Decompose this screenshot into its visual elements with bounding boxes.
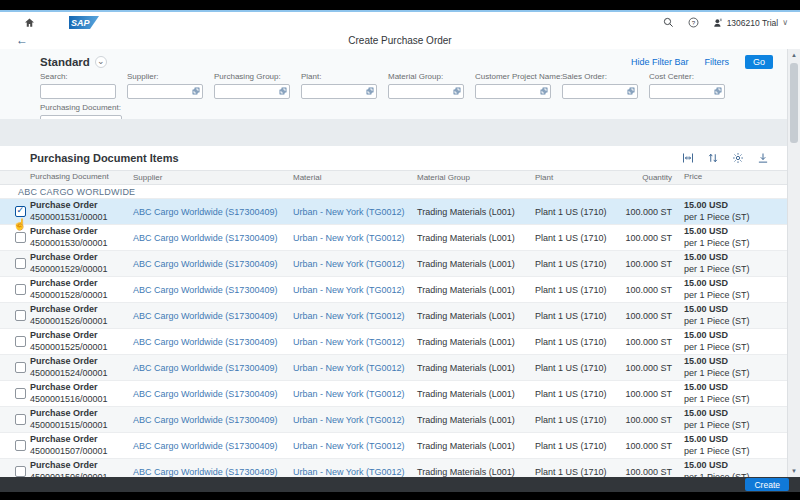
row-checkbox[interactable] — [15, 258, 26, 269]
supplier-link[interactable]: ABC Cargo Worldwide (S17300409) — [133, 337, 293, 347]
scroll-down-icon[interactable]: ▼ — [788, 468, 800, 474]
filter-input[interactable] — [388, 84, 464, 99]
filter-input[interactable] — [214, 84, 290, 99]
fit-width-icon[interactable] — [682, 152, 694, 164]
filter-input[interactable] — [649, 84, 725, 99]
table-row[interactable]: Purchase Order 4500001506/00001 ABC Carg… — [0, 459, 787, 477]
material-group-cell: Trading Materials (L001) — [417, 467, 535, 477]
value-help-icon[interactable] — [192, 87, 200, 95]
column-header-material-group[interactable]: Material Group — [417, 173, 535, 182]
column-header-quantity[interactable]: Quantity — [617, 173, 672, 182]
plant-cell: Plant 1 US (1710) — [535, 415, 617, 425]
value-help-icon[interactable] — [540, 87, 548, 95]
value-help-icon[interactable] — [714, 87, 722, 95]
material-link[interactable]: Urban - New York (TG0012) — [293, 389, 417, 399]
column-header-material[interactable]: Material — [293, 173, 417, 182]
material-link[interactable]: Urban - New York (TG0012) — [293, 363, 417, 373]
column-header-purchasing-document[interactable]: Purchasing Document — [30, 172, 133, 182]
go-button[interactable]: Go — [745, 55, 773, 69]
quantity-cell: 100.000 ST — [617, 259, 672, 269]
material-link[interactable]: Urban - New York (TG0012) — [293, 441, 417, 451]
table-row[interactable]: Purchase Order 4500001516/00001 ABC Carg… — [0, 381, 787, 407]
row-checkbox[interactable] — [15, 440, 26, 451]
supplier-link[interactable]: ABC Cargo Worldwide (S17300409) — [133, 207, 293, 217]
filter-field-customer-project-name: Customer Project Name: — [475, 72, 551, 99]
user-label: 1306210 Trial — [727, 18, 779, 28]
table-row[interactable]: Purchase Order 4500001529/00001 ABC Carg… — [0, 251, 787, 277]
row-checkbox[interactable] — [15, 362, 26, 373]
material-link[interactable]: Urban - New York (TG0012) — [293, 233, 417, 243]
row-checkbox[interactable] — [15, 206, 26, 217]
material-link[interactable]: Urban - New York (TG0012) — [293, 311, 417, 321]
supplier-link[interactable]: ABC Cargo Worldwide (S17300409) — [133, 233, 293, 243]
filter-input[interactable] — [301, 84, 377, 99]
material-link[interactable]: Urban - New York (TG0012) — [293, 415, 417, 425]
table-row[interactable]: ☝ Purchase Order 4500001531/00001 ABC Ca… — [0, 199, 787, 225]
filter-input[interactable] — [475, 84, 551, 99]
settings-gear-icon[interactable] — [732, 152, 744, 164]
download-icon[interactable] — [757, 152, 769, 164]
footer-toolbar: Create — [0, 477, 800, 492]
variant-selector[interactable]: Standard — [40, 56, 90, 68]
value-help-icon[interactable] — [366, 87, 374, 95]
filters-link[interactable]: Filters — [704, 57, 729, 67]
quantity-cell: 100.000 ST — [617, 337, 672, 347]
column-header-price[interactable]: Price — [672, 172, 772, 182]
variant-dropdown-icon[interactable]: ⌄ — [95, 56, 107, 68]
filter-input[interactable] — [562, 84, 638, 99]
table-row[interactable]: Purchase Order 4500001524/00001 ABC Carg… — [0, 355, 787, 381]
row-checkbox[interactable] — [15, 466, 26, 477]
vertical-scrollbar[interactable]: ▲ ▼ — [787, 49, 800, 477]
material-link[interactable]: Urban - New York (TG0012) — [293, 259, 417, 269]
search-icon[interactable] — [663, 17, 674, 28]
home-icon[interactable] — [24, 17, 35, 28]
column-header-supplier[interactable]: Supplier — [133, 173, 293, 182]
quantity-cell: 100.000 ST — [617, 467, 672, 477]
filter-field-plant: Plant: — [301, 72, 377, 99]
plant-cell: Plant 1 US (1710) — [535, 467, 617, 477]
supplier-link[interactable]: ABC Cargo Worldwide (S17300409) — [133, 259, 293, 269]
table-row[interactable]: Purchase Order 4500001526/00001 ABC Carg… — [0, 303, 787, 329]
row-checkbox[interactable] — [15, 310, 26, 321]
value-help-icon[interactable] — [627, 87, 635, 95]
plant-cell: Plant 1 US (1710) — [535, 337, 617, 347]
scroll-up-icon[interactable]: ▲ — [788, 52, 800, 58]
column-header-plant[interactable]: Plant — [535, 173, 617, 182]
filter-field-material-group: Material Group: — [388, 72, 464, 99]
filter-input[interactable] — [127, 84, 203, 99]
section-divider — [0, 119, 787, 146]
hide-filter-bar-link[interactable]: Hide Filter Bar — [631, 57, 689, 67]
value-help-icon[interactable] — [453, 87, 461, 95]
supplier-link[interactable]: ABC Cargo Worldwide (S17300409) — [133, 363, 293, 373]
material-link[interactable]: Urban - New York (TG0012) — [293, 207, 417, 217]
supplier-link[interactable]: ABC Cargo Worldwide (S17300409) — [133, 389, 293, 399]
supplier-link[interactable]: ABC Cargo Worldwide (S17300409) — [133, 467, 293, 477]
filter-input[interactable] — [40, 84, 116, 99]
row-checkbox[interactable] — [15, 232, 26, 243]
filter-field-search: Search: — [40, 72, 116, 99]
table-row[interactable]: Purchase Order 4500001507/00001 ABC Carg… — [0, 433, 787, 459]
help-icon[interactable]: ? — [688, 17, 699, 28]
table-row[interactable]: Purchase Order 4500001530/00001 ABC Carg… — [0, 225, 787, 251]
supplier-link[interactable]: ABC Cargo Worldwide (S17300409) — [133, 441, 293, 451]
table-row[interactable]: Purchase Order 4500001525/00001 ABC Carg… — [0, 329, 787, 355]
table-row[interactable]: Purchase Order 4500001515/00001 ABC Carg… — [0, 407, 787, 433]
table-header-row: Purchasing Document Supplier Material Ma… — [0, 170, 787, 185]
material-link[interactable]: Urban - New York (TG0012) — [293, 285, 417, 295]
scrollbar-thumb[interactable] — [790, 63, 798, 143]
material-group-cell: Trading Materials (L001) — [417, 311, 535, 321]
supplier-link[interactable]: ABC Cargo Worldwide (S17300409) — [133, 285, 293, 295]
material-link[interactable]: Urban - New York (TG0012) — [293, 467, 417, 477]
create-button[interactable]: Create — [745, 478, 789, 491]
row-checkbox[interactable] — [15, 414, 26, 425]
supplier-link[interactable]: ABC Cargo Worldwide (S17300409) — [133, 311, 293, 321]
sort-icon[interactable] — [707, 152, 719, 164]
row-checkbox[interactable] — [15, 284, 26, 295]
user-menu[interactable]: 1306210 Trial ∨ — [713, 18, 788, 28]
table-row[interactable]: Purchase Order 4500001528/00001 ABC Carg… — [0, 277, 787, 303]
material-link[interactable]: Urban - New York (TG0012) — [293, 337, 417, 347]
row-checkbox[interactable] — [15, 388, 26, 399]
value-help-icon[interactable] — [279, 87, 287, 95]
row-checkbox[interactable] — [15, 336, 26, 347]
supplier-link[interactable]: ABC Cargo Worldwide (S17300409) — [133, 415, 293, 425]
